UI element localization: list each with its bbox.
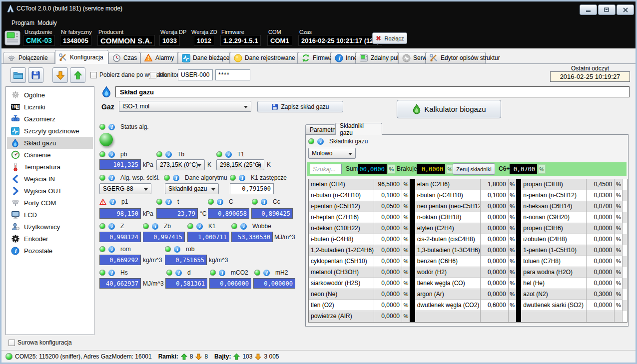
- alg-select[interactable]: SGERG-88: [99, 183, 151, 194]
- gas-value[interactable]: 0,0000: [587, 300, 615, 311]
- password-field[interactable]: ****: [215, 69, 250, 80]
- mh2-value[interactable]: 0,000000: [253, 278, 295, 289]
- t1-select[interactable]: 298,15K (25°C): [216, 159, 264, 170]
- gas-value[interactable]: [481, 311, 509, 322]
- gas-value[interactable]: 0,0000: [374, 223, 402, 234]
- gas-value[interactable]: 0,0000: [374, 300, 402, 311]
- mco2-value[interactable]: 0,006000: [209, 278, 251, 289]
- gas-value[interactable]: 0,1000: [374, 190, 402, 201]
- open-file-button[interactable]: [10, 67, 26, 83]
- gas-name[interactable]: powietrze (AIR): [309, 311, 374, 322]
- gas-value[interactable]: 0,0000: [587, 245, 615, 256]
- tab-serwis[interactable]: Serwis: [398, 52, 426, 63]
- sidebar-item-wyjscia-out[interactable]: Wyjścia OUT: [7, 185, 93, 197]
- gas-name[interactable]: n-pentan (n-C5H12): [521, 190, 587, 201]
- tab-dane-biezace[interactable]: Dane bieżące: [178, 52, 230, 63]
- gas-name[interactable]: n-dekan (C10H22): [309, 223, 374, 234]
- tab-czas[interactable]: Czas: [108, 52, 140, 63]
- gas-name[interactable]: izobuten (C4H8): [521, 234, 587, 245]
- gas-value[interactable]: 0,0000: [374, 278, 402, 289]
- tab-alarmy[interactable]: ! Alarmy: [140, 52, 178, 63]
- gas-value[interactable]: 0,6000: [481, 300, 509, 311]
- gas-value[interactable]: 0,0000: [587, 267, 615, 278]
- gas-value[interactable]: 0,0300: [587, 190, 615, 201]
- biogas-calculator-button[interactable]: Kalkulator biogazu: [397, 100, 501, 118]
- gas-value[interactable]: 0,0000: [587, 234, 615, 245]
- gas-name[interactable]: i-buten (i-C4H8): [309, 234, 374, 245]
- p1-value[interactable]: 98,150: [99, 208, 141, 219]
- save-file-button[interactable]: [28, 67, 43, 83]
- k1z-input[interactable]: 0,791500: [230, 183, 274, 194]
- gas-name[interactable]: neo pentan (neo-C5H12): [415, 201, 481, 212]
- tab-inne[interactable]: i Inne: [331, 52, 356, 63]
- info-icon[interactable]: i: [108, 246, 115, 253]
- dane-alg-select[interactable]: Składniki gazu: [165, 183, 219, 194]
- info-icon[interactable]: i: [175, 270, 182, 276]
- gas-value[interactable]: 0,0000: [374, 234, 402, 245]
- tab-skladniki-gazu[interactable]: Składniki gazu: [335, 123, 382, 135]
- gas-value[interactable]: 0,0000: [374, 289, 402, 300]
- gas-value[interactable]: 0,0000: [481, 278, 509, 289]
- sidebar-item-wejscia-in[interactable]: Wejścia IN: [7, 173, 93, 185]
- gas-name[interactable]: n-oktan (C8H18): [415, 212, 481, 223]
- info-icon[interactable]: i: [165, 151, 172, 158]
- gas-name[interactable]: cyklopentan (C5H10): [309, 256, 374, 267]
- raw-config-checkbox[interactable]: [8, 340, 15, 346]
- sidebar-item-temperatura[interactable]: Temperatura: [7, 161, 93, 173]
- gas-name[interactable]: metanol (CH3OH): [309, 267, 374, 278]
- gas-name[interactable]: [521, 311, 587, 322]
- info-icon[interactable]: i: [239, 175, 245, 181]
- info-icon[interactable]: i: [152, 223, 158, 230]
- gas-name[interactable]: para wodna (H2O): [521, 267, 587, 278]
- rob-value[interactable]: 0,751655: [165, 255, 207, 265]
- info-icon[interactable]: i: [108, 223, 115, 230]
- pb-value[interactable]: 101,325: [99, 159, 141, 170]
- sidebar-item-pozostale[interactable]: i Pozostałe: [7, 245, 93, 257]
- monitor-checkbox[interactable]: [150, 72, 156, 78]
- maximize-button[interactable]: [598, 4, 616, 15]
- minimize-button[interactable]: [580, 4, 597, 15]
- gas-name[interactable]: neon (Ne): [309, 289, 374, 300]
- info-icon[interactable]: i: [108, 124, 115, 130]
- gas-value[interactable]: 0,0500: [374, 201, 402, 212]
- info-icon[interactable]: i: [109, 199, 116, 205]
- algorithm-status-knob-icon[interactable]: [99, 133, 113, 146]
- gas-value[interactable]: 0,0000: [481, 267, 509, 278]
- gas-name[interactable]: cis-2-buten (cisC4H8): [415, 234, 481, 245]
- search-input[interactable]: Szukaj...: [310, 164, 342, 174]
- info-icon[interactable]: i: [317, 138, 324, 145]
- sidebar-item-ogolne[interactable]: Ogólne: [7, 89, 93, 101]
- tab-parametry[interactable]: Parametry: [305, 124, 335, 135]
- d-value[interactable]: 0,581361: [165, 278, 207, 289]
- gas-select[interactable]: ISO-1 mol: [119, 101, 251, 112]
- hs-value[interactable]: 40,662937: [99, 278, 141, 289]
- gas-value[interactable]: 0,0000: [374, 212, 402, 223]
- gas-name[interactable]: hel (He): [521, 278, 587, 289]
- info-icon[interactable]: i: [174, 246, 180, 253]
- table-scroll-sliver[interactable]: [622, 179, 627, 322]
- zb-value[interactable]: 0,997415: [143, 232, 185, 242]
- close-button[interactable]: [617, 4, 634, 15]
- gas-value[interactable]: 0,0000: [481, 201, 509, 212]
- gas-name[interactable]: n-butan (n-C4H10): [309, 190, 374, 201]
- gas-name[interactable]: n-heksan (C6H14): [521, 201, 587, 212]
- tab-dane-rejestrowane[interactable]: Dane rejestrowane: [230, 52, 298, 63]
- info-icon[interactable]: i: [217, 199, 223, 205]
- download-after-send-checkbox[interactable]: [90, 72, 97, 78]
- gas-value[interactable]: 0,0000: [587, 278, 615, 289]
- gas-value[interactable]: 0,0000: [374, 256, 402, 267]
- gas-name[interactable]: [415, 311, 481, 322]
- gas-name[interactable]: 1,2-butadien (1-2C4H6): [309, 245, 374, 256]
- info-icon[interactable]: i: [225, 151, 232, 158]
- info-icon[interactable]: i: [108, 175, 115, 181]
- gas-value[interactable]: 0,0000: [587, 212, 615, 223]
- gas-name[interactable]: propen (C3H6): [521, 223, 587, 234]
- k1-value[interactable]: 1,000711: [187, 232, 229, 242]
- tb-select[interactable]: 273,15K (0°C): [156, 159, 205, 170]
- tab-zdalny-pulpit[interactable]: Zdalny pulpit: [356, 52, 398, 63]
- user-field[interactable]: USER-000: [178, 69, 213, 80]
- menu-program[interactable]: Program: [8, 18, 37, 28]
- gas-value[interactable]: 0,0000: [481, 256, 509, 267]
- gas-name[interactable]: tlenek węgla (CO): [415, 278, 481, 289]
- gas-name[interactable]: tlen (O2): [309, 300, 374, 311]
